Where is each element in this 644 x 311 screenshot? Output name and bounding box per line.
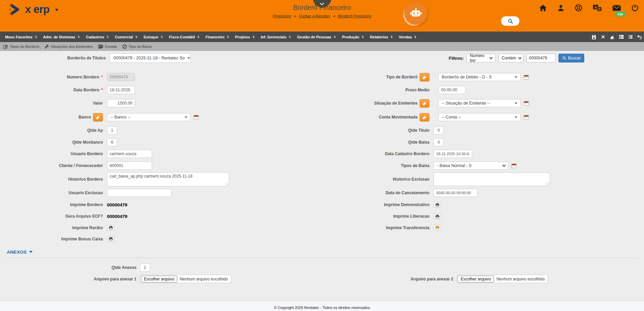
- clear-conta-button[interactable]: [420, 113, 429, 122]
- translate-button[interactable]: A: [593, 4, 602, 12]
- calendar-icon[interactable]: [194, 114, 199, 120]
- escolher-arquivo-1-button[interactable]: Escolher arquivo: [141, 276, 177, 282]
- imprime-transferencia-button[interactable]: [434, 225, 441, 231]
- conta-movimentada-select[interactable]: -- Conta --: [438, 113, 521, 121]
- form-row: Data Cadastro Bordero: [322, 148, 644, 160]
- user-button[interactable]: [557, 4, 564, 12]
- menu-item-estoque[interactable]: Estoque↴: [141, 32, 166, 42]
- data-cadastro-bordero-input[interactable]: [434, 150, 472, 158]
- data-bordero-input[interactable]: [107, 86, 135, 94]
- toolbar-item-tipo-de-baixa[interactable]: Tipo de Baixa: [122, 44, 152, 49]
- menu-item-financeiro[interactable]: Financeiro↴: [203, 32, 232, 42]
- search-button[interactable]: [501, 16, 519, 26]
- tipo-de-bordero-label: Tipo de Borderô: [322, 73, 434, 81]
- menu-item-projetos[interactable]: Projetos↴: [232, 32, 258, 42]
- menu-item-adm-de-sistemas[interactable]: Adm. de Sistemas↴: [40, 32, 83, 42]
- back-button[interactable]: [635, 32, 644, 42]
- menu-item-meus-favoritos[interactable]: Meus Favoritos↴: [2, 32, 40, 42]
- qtde-anexos-input[interactable]: [140, 263, 150, 272]
- menu-item-producao[interactable]: Produção↴: [339, 32, 367, 42]
- logout-button[interactable]: [631, 4, 639, 12]
- historico-bordero-textarea[interactable]: [107, 172, 229, 186]
- gera-arquivo-ecf-value[interactable]: 00000479: [107, 214, 127, 219]
- help-button[interactable]: [575, 4, 582, 12]
- toolbar-item-tipos-de-bordero[interactable]: Tipos de Borderô: [3, 44, 39, 49]
- home-button[interactable]: [539, 4, 547, 12]
- form-row: Imprime Bordero 00000479: [0, 199, 322, 211]
- form-row: Prazo Medio: [322, 84, 644, 96]
- borderos-de-titulos-select[interactable]: 00000479 - 2025-11-18 - Rentatec So: [110, 53, 190, 63]
- historico-exclusao-textarea[interactable]: [434, 172, 550, 186]
- toolbar-item-situacoes-dos-emitentes[interactable]: Situações dos Emitentes: [44, 44, 93, 49]
- clear-situacao-button[interactable]: [420, 99, 429, 108]
- clear-form-button[interactable]: [607, 32, 617, 42]
- menu-item-inf-gerenciais[interactable]: Inf. Gerenciais↴: [258, 32, 294, 42]
- escolher-arquivo-2-button[interactable]: Escolher arquivo: [458, 276, 494, 282]
- menu-item-gestao-de-pessoas[interactable]: Gestão de Pessoas↴: [294, 32, 339, 42]
- qtde-ap-label: Qtde Ap: [0, 128, 107, 133]
- cliente-fornececedor-label: Cliente / Fornececedor: [0, 163, 107, 168]
- menu-item-relatorios[interactable]: Relatórios↴: [367, 32, 396, 42]
- imprime-liberacao-button[interactable]: [434, 213, 441, 219]
- conta-movimentada-label: Conta Movimentada: [322, 113, 434, 122]
- qtde-titulo-input[interactable]: [434, 126, 444, 134]
- arquivo-1-status: Nenhum arquivo escolhido: [180, 277, 228, 281]
- menu-item-cadastros[interactable]: Cadastros↴: [83, 32, 112, 42]
- tipo-de-bordero-select[interactable]: Borderôs de Débito - D - S: [438, 73, 521, 81]
- list-view-button[interactable]: [626, 32, 635, 42]
- usuario-bordero-input[interactable]: [107, 150, 152, 158]
- banco-select[interactable]: -- Banco --: [107, 113, 191, 121]
- calendar-icon[interactable]: [523, 74, 529, 80]
- anexos-section-toggle[interactable]: ANEXOS: [7, 249, 33, 255]
- required-asterisk: *: [101, 88, 103, 92]
- situacao-de-emitentes-select[interactable]: -- Situação de Emitente --: [438, 99, 521, 107]
- grid-view-button[interactable]: [617, 32, 626, 42]
- filter-search-input[interactable]: [526, 54, 556, 62]
- breadcrumb-link-contas-a-receber[interactable]: Contas a Receber: [299, 14, 330, 18]
- qtde-movbanco-input[interactable]: [107, 138, 117, 146]
- form-row: Imprime Transferencia: [322, 222, 644, 233]
- caret-down-icon: [187, 57, 190, 60]
- filter-field-select[interactable]: Numero bor: [466, 54, 496, 62]
- close-button[interactable]: [598, 32, 607, 42]
- qtde-baixa-input[interactable]: [434, 138, 444, 146]
- form-row: Situação de Emitentes -- Situação de Emi…: [322, 96, 644, 110]
- clear-banco-button[interactable]: [93, 113, 103, 122]
- qtde-ap-input[interactable]: [107, 126, 117, 134]
- prazo-medio-input[interactable]: [438, 86, 466, 94]
- mail-button[interactable]: [612, 5, 621, 11]
- clear-tipo-de-bordero-button[interactable]: [420, 73, 429, 81]
- breadcrumb-link-bordero-financeiro[interactable]: Borderô Financeiro: [338, 14, 371, 18]
- imprime-demonstrativo-button[interactable]: [434, 202, 441, 208]
- eraser-icon: [422, 75, 427, 79]
- data-do-cancelamento-input[interactable]: [434, 189, 478, 197]
- cliente-fornececedor-input[interactable]: [107, 162, 152, 170]
- imprime-bordero-value[interactable]: 00000479: [107, 202, 127, 207]
- save-button[interactable]: [589, 32, 598, 42]
- menu-arrow-icon: ↴: [413, 35, 416, 39]
- toolbar-item-contas[interactable]: Contas: [98, 44, 117, 49]
- valor-input[interactable]: [107, 99, 135, 107]
- buscar-button[interactable]: Buscar: [558, 54, 584, 62]
- imprime-bonus-caixa-button[interactable]: [107, 236, 114, 242]
- menu-item-fisco-contabil[interactable]: Fisco-Contábil↴: [166, 32, 203, 42]
- chatbot-button[interactable]: [404, 2, 427, 25]
- undo-arrow-icon: [637, 34, 642, 39]
- calendar-icon[interactable]: [523, 114, 529, 120]
- tipos-de-baixa-select[interactable]: - Baixa Normal - S: [434, 162, 509, 170]
- calendar-icon[interactable]: [523, 100, 529, 106]
- menu-item-vendas[interactable]: Vendas↴: [396, 32, 420, 42]
- triangle-down-icon: [29, 251, 33, 255]
- filter-operator-select[interactable]: Contém: [498, 54, 523, 62]
- menu-item-label: Financeiro: [206, 35, 225, 39]
- menu-item-comercial[interactable]: Comercial↴: [112, 32, 141, 42]
- lifering-icon: [575, 4, 582, 12]
- menu-item-label: Meus Favoritos: [5, 35, 33, 39]
- borderos-de-titulos-value: 00000479 - 2025-11-18 - Rentatec So: [113, 56, 185, 60]
- breadcrumb-link-financeiro[interactable]: Financeiro: [273, 14, 291, 18]
- usuario-exclusao-input[interactable]: [107, 189, 171, 197]
- calendar-icon[interactable]: [511, 163, 517, 168]
- mail-badge: 419: [615, 12, 625, 17]
- imprime-recibo-button[interactable]: [107, 225, 114, 231]
- wrench-icon: [44, 44, 49, 49]
